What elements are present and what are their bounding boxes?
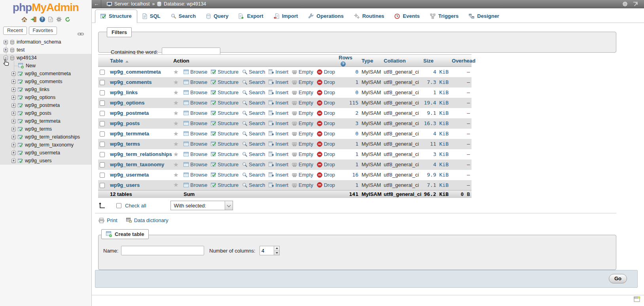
with-selected-select[interactable]: With selected:	[170, 201, 233, 210]
sidebar-table-item[interactable]: wp9g_users	[0, 157, 91, 165]
table-name[interactable]: wp9g_term_relationships	[25, 134, 80, 140]
data-dictionary-link[interactable]: Data dictionary	[134, 217, 169, 223]
table-name[interactable]: wp9g_termmeta	[25, 118, 61, 124]
table-name[interactable]: wp9g_posts	[25, 110, 51, 116]
favorite-star-icon[interactable]: ★	[173, 110, 178, 116]
sidebar-table-item[interactable]: wp9g_options	[0, 93, 91, 101]
sidebar-table-item[interactable]: wp9g_term_relationships	[0, 133, 91, 141]
favorite-star-icon[interactable]: ★	[173, 120, 178, 127]
expand-icon[interactable]	[11, 143, 16, 147]
search-link[interactable]: Search	[242, 100, 265, 106]
tab-sql[interactable]: SQL	[137, 10, 166, 23]
empty-link[interactable]: Empty	[292, 120, 313, 126]
drop-link[interactable]: Drop	[317, 182, 335, 188]
browse-link[interactable]: Browse	[184, 69, 207, 75]
structure-link[interactable]: Structure	[211, 141, 239, 147]
drop-link[interactable]: Drop	[317, 162, 335, 167]
row-checkbox[interactable]	[100, 111, 105, 116]
link-icon[interactable]	[78, 32, 84, 36]
expand-window-icon[interactable]	[633, 2, 638, 7]
header-table[interactable]: Table	[108, 55, 172, 67]
new-table-label[interactable]: New	[26, 63, 36, 68]
tab-routines[interactable]: Routines	[349, 10, 390, 23]
favorite-star-icon[interactable]: ★	[173, 99, 178, 106]
table-name-link[interactable]: wp9g_terms	[110, 141, 140, 147]
favorite-star-icon[interactable]: ★	[173, 141, 178, 147]
row-checkbox[interactable]	[100, 70, 105, 75]
browse-link[interactable]: Browse	[184, 110, 207, 116]
go-button[interactable]: Go	[609, 274, 627, 283]
sidebar-table-item[interactable]: wp9g_posts	[0, 109, 91, 117]
sidebar-table-item[interactable]: wp9g_termmeta	[0, 117, 91, 125]
sidebar-database-item[interactable]: test	[0, 46, 91, 54]
favorite-star-icon[interactable]: ★	[173, 171, 178, 178]
header-collation[interactable]: Collation	[382, 55, 422, 67]
browse-link[interactable]: Browse	[184, 151, 207, 157]
print-link[interactable]: Print	[107, 217, 117, 223]
search-link[interactable]: Search	[242, 120, 265, 126]
docs-icon[interactable]	[48, 17, 53, 22]
expand-icon[interactable]	[11, 127, 16, 131]
expand-icon[interactable]	[11, 119, 16, 124]
table-name[interactable]: wp9g_links	[25, 87, 49, 92]
browse-link[interactable]: Browse	[184, 100, 207, 106]
search-link[interactable]: Search	[242, 141, 265, 147]
drop-link[interactable]: Drop	[317, 89, 335, 95]
rows-help-icon[interactable]: ?	[341, 61, 346, 67]
search-link[interactable]: Search	[242, 89, 265, 95]
database-name[interactable]: wp49134	[17, 55, 37, 61]
table-name[interactable]: wp9g_terms	[25, 126, 52, 132]
settings-icon[interactable]	[56, 17, 62, 22]
browse-link[interactable]: Browse	[184, 141, 207, 147]
sidebar-table-item[interactable]: wp9g_terms	[0, 125, 91, 133]
insert-link[interactable]: Insert	[269, 89, 288, 95]
structure-link[interactable]: Structure	[211, 182, 239, 188]
empty-link[interactable]: Empty	[292, 100, 313, 106]
collapse-nav-button[interactable]: ←	[92, 0, 101, 8]
search-link[interactable]: Search	[242, 131, 265, 137]
tab-structure[interactable]: Structure	[95, 10, 137, 23]
breadcrumb-server-link[interactable]: Server: localhost	[114, 1, 150, 7]
database-name[interactable]: test	[17, 47, 25, 53]
tab-search[interactable]: Search	[166, 10, 201, 23]
structure-link[interactable]: Structure	[211, 69, 239, 75]
table-name[interactable]: wp9g_comments	[25, 79, 63, 84]
check-all-checkbox[interactable]	[116, 203, 121, 208]
table-name-link[interactable]: wp9g_termmeta	[110, 131, 149, 137]
refresh-icon[interactable]	[65, 17, 70, 22]
empty-link[interactable]: Empty	[292, 79, 313, 85]
drop-link[interactable]: Drop	[317, 100, 335, 106]
search-link[interactable]: Search	[242, 110, 265, 116]
tab-designer[interactable]: Designer	[464, 10, 504, 23]
structure-link[interactable]: Structure	[211, 79, 239, 85]
table-name-link[interactable]: wp9g_comments	[110, 79, 152, 85]
insert-link[interactable]: Insert	[269, 162, 288, 167]
favorite-star-icon[interactable]: ★	[173, 89, 178, 96]
table-name-link[interactable]: wp9g_links	[110, 89, 138, 95]
empty-link[interactable]: Empty	[292, 151, 313, 157]
expand-icon[interactable]	[11, 87, 16, 92]
structure-link[interactable]: Structure	[211, 172, 239, 178]
favorites-button[interactable]: Favorites	[29, 27, 57, 35]
sidebar-table-item[interactable]: wp9g_commentmeta	[0, 70, 91, 78]
search-link[interactable]: Search	[242, 151, 265, 157]
structure-link[interactable]: Structure	[211, 110, 239, 116]
structure-link[interactable]: Structure	[211, 120, 239, 126]
insert-link[interactable]: Insert	[269, 110, 288, 116]
expand-icon[interactable]	[11, 72, 16, 76]
home-icon[interactable]	[21, 17, 27, 22]
favorite-star-icon[interactable]: ★	[173, 181, 178, 188]
row-checkbox[interactable]	[100, 173, 105, 178]
sidebar-table-item[interactable]: wp9g_usermeta	[0, 149, 91, 157]
tab-events[interactable]: Events	[389, 10, 425, 23]
table-name[interactable]: wp9g_usermeta	[25, 150, 60, 156]
favorite-star-icon[interactable]: ★	[173, 151, 178, 158]
browse-link[interactable]: Browse	[184, 182, 207, 188]
breadcrumb-database-link[interactable]: Database: wp49134	[164, 1, 206, 7]
row-checkbox[interactable]	[100, 121, 105, 126]
table-name[interactable]: wp9g_commentmeta	[25, 71, 71, 76]
row-checkbox[interactable]	[100, 142, 105, 147]
row-checkbox[interactable]	[100, 183, 105, 188]
structure-link[interactable]: Structure	[211, 89, 239, 95]
row-checkbox[interactable]	[100, 90, 105, 95]
